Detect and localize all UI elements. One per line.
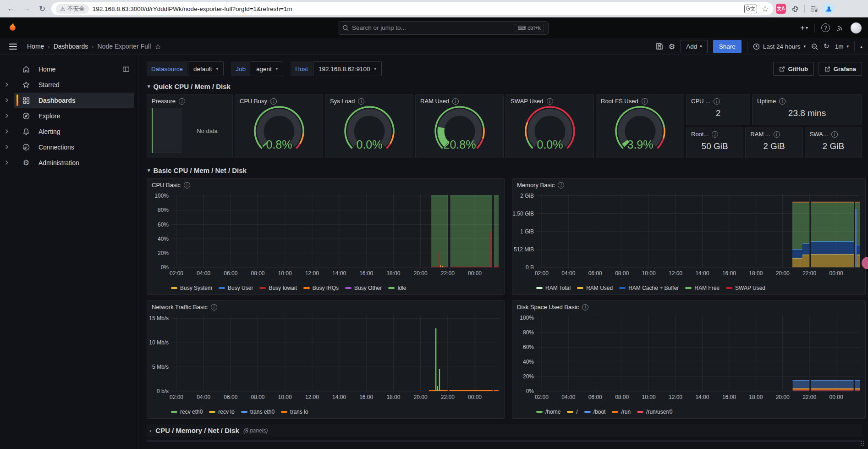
legend-item-busy-other[interactable]: Busy Other [345,285,382,291]
info-icon[interactable]: i [831,131,838,138]
variable-value-host[interactable]: 192.168.8.62:9100▾ [313,61,382,76]
info-icon[interactable]: i [211,304,217,310]
url-bar[interactable]: ⚠ 不安全 192.168.8.63:3000/d/rYdddlPWk/node… [51,2,773,15]
time-range-picker[interactable]: Last 24 hours▾ [753,43,806,50]
url-text[interactable]: 192.168.8.63:3000/d/rYdddlPWk/node-expor… [93,6,741,12]
collapse-toolbar-icon[interactable]: ▴ [860,44,863,49]
info-icon[interactable]: i [179,98,185,105]
disk-space-chart[interactable]: 02:0004:0006:0008:0010:0012:0014:0016:00… [512,310,865,409]
panel-cpu-basic[interactable]: CPU Basic i 02:0004:0006:0008:0010:0012:… [147,178,505,295]
share-button[interactable]: Share [713,40,742,53]
sidebar-item-dashboards[interactable]: Dashboards [0,93,134,108]
variable-value-datasource[interactable]: default▾ [188,61,224,76]
legend-item-idle[interactable]: Idle [388,285,406,291]
user-avatar[interactable] [851,22,862,33]
add-button[interactable]: Add▾ [681,40,708,53]
section-cpu-memory-net-disk-collapsed[interactable]: › CPU / Memory / Net / Disk (8 panels) [147,424,862,437]
legend-item-run[interactable]: /run [612,409,631,415]
sidebar-item-starred[interactable]: Starred [0,77,134,92]
chevron-right-icon[interactable] [0,98,14,103]
browser-back-icon[interactable]: ← [5,2,17,15]
info-icon[interactable]: i [774,131,780,138]
chevron-right-icon[interactable] [0,129,14,134]
panel-stat-uptime[interactable]: Uptimei23.8 mins [752,94,862,125]
news-rss-icon[interactable] [836,24,844,32]
sidebar-item-alerting[interactable]: Alerting [0,124,134,139]
legend-item-trans-eth0[interactable]: trans eth0 [241,409,275,415]
legend-item-recv-lo[interactable]: recv lo [209,409,234,415]
variable-label-job[interactable]: Job [231,61,250,76]
favorite-star-icon[interactable]: ☆ [154,42,161,51]
panel-pressure[interactable]: Pressure i No data [147,94,233,158]
grafana-link-button[interactable]: Grafana [819,62,862,76]
legend-item-ram-used[interactable]: RAM Used [577,285,613,291]
legend-item-busy-user[interactable]: Busy User [219,285,253,291]
sidebar-item-connections[interactable]: Connections [0,139,134,155]
breadcrumb-home[interactable]: Home [27,43,44,50]
collapse-sidebar-icon[interactable] [122,66,130,73]
legend-item-busy-system[interactable]: Busy System [171,285,212,291]
chevron-right-icon[interactable] [0,113,14,118]
panel-network-traffic-basic[interactable]: Network Traffic Basic i 02:0004:0006:000… [147,300,505,419]
legend-item-[interactable]: / [567,409,577,415]
dashboard-settings-icon[interactable]: ⚙ [669,42,675,51]
refresh-icon[interactable]: ↻ [824,42,830,50]
panel-memory-basic[interactable]: Memory Basic i 02:0004:0006:0008:0010:00… [512,178,866,295]
legend-item-trans-lo[interactable]: trans lo [281,409,308,415]
add-menu-icon[interactable]: + ▾ [800,23,808,33]
refresh-interval-picker[interactable]: 1m▾ [835,43,849,50]
legend-item-ram-cache-buffer[interactable]: RAM Cache + Buffer [619,285,679,291]
panel-cpu-busy[interactable]: CPU Busyi0.8% [235,94,323,158]
grafana-logo[interactable] [6,21,18,35]
legend-item-swap-used[interactable]: SWAP Used [726,285,765,291]
translate-extension-icon[interactable]: 文A [776,4,786,14]
global-search[interactable]: ⌨ ctrl+k [338,21,549,35]
info-icon[interactable]: i [358,98,364,105]
info-icon[interactable]: i [642,98,648,105]
sidebar-item-explore[interactable]: Explore [0,108,134,123]
info-icon[interactable]: i [547,98,553,105]
panel-disk-space-used-basic[interactable]: Disk Space Used Basic i 02:0004:0006:000… [512,300,866,419]
info-icon[interactable]: i [582,304,588,310]
browser-profile-avatar[interactable] [823,3,834,14]
info-icon[interactable]: i [270,98,277,105]
panel-swap-used[interactable]: SWAP Usedi0.0% [505,94,594,158]
info-icon[interactable]: i [452,98,459,105]
panel-stat-cpu[interactable]: CPU ...i2 [686,94,750,125]
mega-menu-toggle[interactable] [7,42,19,51]
breadcrumb-dashboards[interactable]: Dashboards [54,43,88,50]
search-input[interactable] [352,24,511,31]
info-icon[interactable]: i [558,182,564,188]
resize-handle-icon[interactable] [860,439,866,448]
legend-item-recv-eth0[interactable]: recv eth0 [171,409,203,415]
panel-stat-ram[interactable]: RAM ...i2 GiB [745,127,802,158]
legend-item-run-user-0[interactable]: /run/user/0 [637,409,672,415]
legend-item-busy-iowait[interactable]: Busy Iowait [259,285,297,291]
info-icon[interactable]: i [184,182,190,188]
variable-label-host[interactable]: Host [291,61,313,76]
info-icon[interactable]: i [779,98,786,105]
bookmark-star-icon[interactable]: ☆ [762,4,769,14]
security-chip[interactable]: ⚠ 不安全 [56,4,89,14]
chevron-right-icon[interactable] [0,144,14,150]
panel-sys-load[interactable]: Sys Loadi0.0% [325,94,413,158]
section-quick-cpu-mem-disk[interactable]: ▾ Quick CPU / Mem / Disk [148,83,862,90]
legend-item-boot[interactable]: /boot [584,409,606,415]
info-icon[interactable]: i [712,131,718,138]
chevron-right-icon[interactable] [0,82,14,87]
zoom-out-time-icon[interactable] [811,43,818,50]
browser-reload-icon[interactable]: ↻ [36,2,49,15]
panel-stat-root[interactable]: Root...i50 GiB [686,127,743,158]
cpu-basic-chart[interactable]: 02:0004:0006:0008:0010:0012:0014:0016:00… [147,188,504,285]
browser-forward-icon[interactable]: → [20,2,33,15]
panel-stat-swa[interactable]: SWA...i2 GiB [805,127,862,158]
sidebar-item-administration[interactable]: ⚙Administration [0,155,134,170]
info-icon[interactable]: i [714,98,720,105]
help-icon[interactable]: ? [821,23,830,32]
extensions-puzzle-icon[interactable] [789,2,802,15]
section-basic-cpu-mem-net-disk[interactable]: ▾ Basic CPU / Mem / Net / Disk [148,166,862,174]
legend-item-home[interactable]: /home [536,409,560,415]
save-dashboard-icon[interactable] [656,43,663,50]
translate-icon[interactable]: G文 [744,5,757,13]
network-traffic-chart[interactable]: 02:0004:0006:0008:0010:0012:0014:0016:00… [147,310,504,409]
